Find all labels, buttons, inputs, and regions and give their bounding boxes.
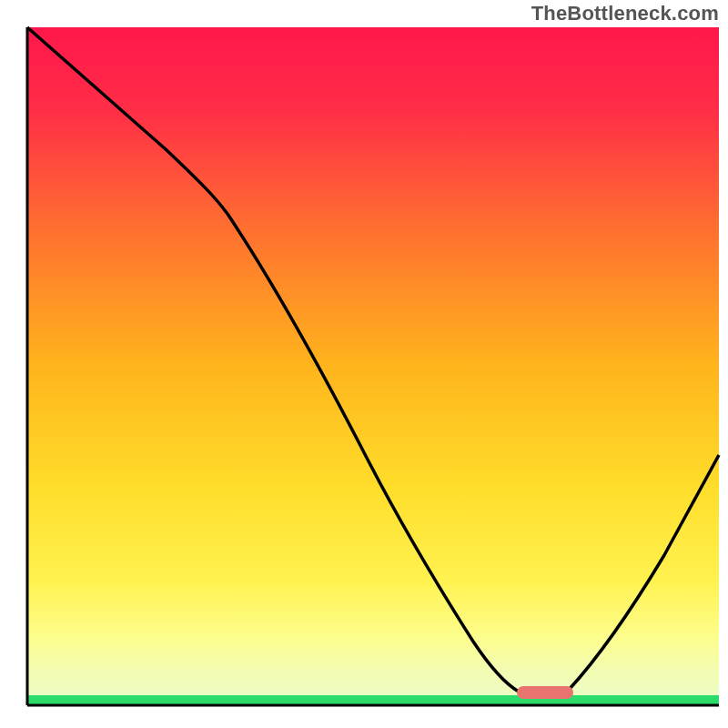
watermark-text: TheBottleneck.com: [531, 2, 719, 25]
chart-gradient-bg: [27, 27, 719, 703]
optimal-range-pill: [517, 686, 573, 699]
chart-ground-strip: [27, 695, 719, 704]
bottleneck-chart-svg: [0, 0, 728, 728]
chart-container: TheBottleneck.com: [0, 0, 728, 728]
